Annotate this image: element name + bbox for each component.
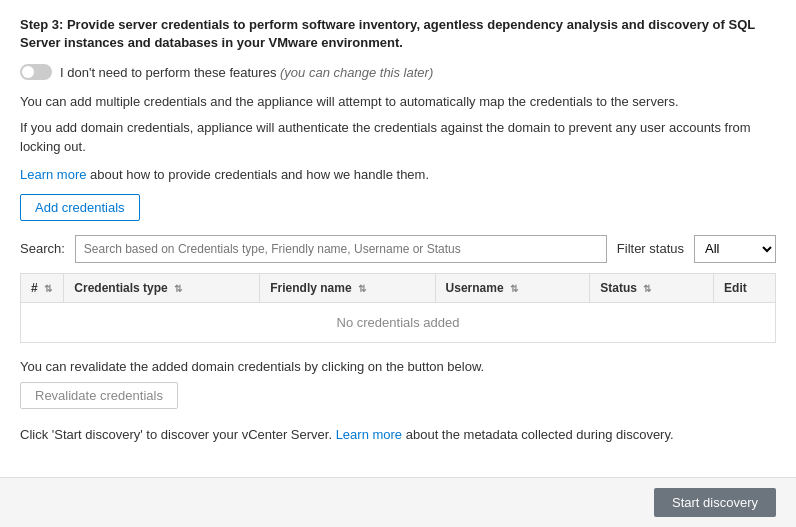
add-credentials-button[interactable]: Add credentials [20,194,140,221]
bottom-text-suffix: about the metadata collected during disc… [402,427,673,442]
info-text-2: If you add domain credentials, appliance… [20,118,776,157]
bottom-learn-more-link[interactable]: Learn more [336,427,402,442]
toggle-switch[interactable] [20,64,52,80]
main-container: Step 3: Provide server credentials to pe… [0,0,796,460]
bottom-text-prefix: Click 'Start discovery' to discover your… [20,427,336,442]
footer-bar: Start discovery [0,477,796,527]
start-discovery-button[interactable]: Start discovery [654,488,776,517]
bottom-text: Click 'Start discovery' to discover your… [20,425,776,445]
learn-more-row: Learn more about how to provide credenti… [20,167,776,182]
table-header: # ⇅ Credentials type ⇅ Friendly name ⇅ U… [21,273,776,302]
revalidate-text: You can revalidate the added domain cred… [20,359,776,374]
learn-more-suffix: about how to provide credentials and how… [86,167,429,182]
col-header-friendly-name[interactable]: Friendly name ⇅ [260,273,435,302]
toggle-label: I don't need to perform these features (… [60,65,433,80]
col-header-edit: Edit [714,273,776,302]
credentials-table: # ⇅ Credentials type ⇅ Friendly name ⇅ U… [20,273,776,343]
no-data-row: No credentials added [21,302,776,342]
info-text-1: You can add multiple credentials and the… [20,92,776,112]
search-input[interactable] [75,235,607,263]
toggle-row: I don't need to perform these features (… [20,64,776,80]
no-data-message: No credentials added [21,302,776,342]
revalidate-section: You can revalidate the added domain cred… [20,359,776,409]
search-label: Search: [20,241,65,256]
filter-status-select[interactable]: All Valid Invalid Pending [694,235,776,263]
filter-status-label: Filter status [617,241,684,256]
col-header-hash[interactable]: # ⇅ [21,273,64,302]
learn-more-link[interactable]: Learn more [20,167,86,182]
col-header-creds-type[interactable]: Credentials type ⇅ [64,273,260,302]
col-header-status[interactable]: Status ⇅ [590,273,714,302]
bottom-section: Click 'Start discovery' to discover your… [20,425,776,445]
step-title: Step 3: Provide server credentials to pe… [20,16,776,52]
revalidate-credentials-button[interactable]: Revalidate credentials [20,382,178,409]
col-header-username[interactable]: Username ⇅ [435,273,590,302]
search-filter-row: Search: Filter status All Valid Invalid … [20,235,776,263]
